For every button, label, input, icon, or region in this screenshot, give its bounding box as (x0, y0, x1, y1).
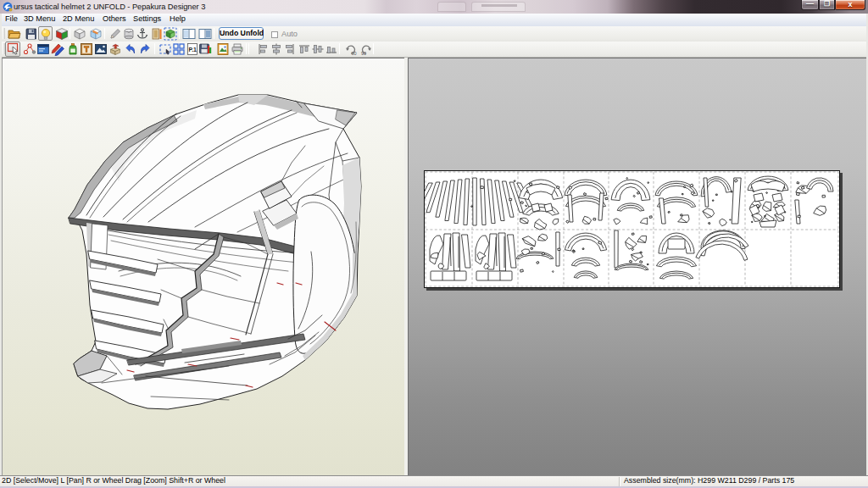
svg-text:P.1: P.1 (188, 47, 197, 53)
svg-text:90: 90 (361, 51, 366, 56)
svg-text:90: 90 (352, 51, 357, 56)
